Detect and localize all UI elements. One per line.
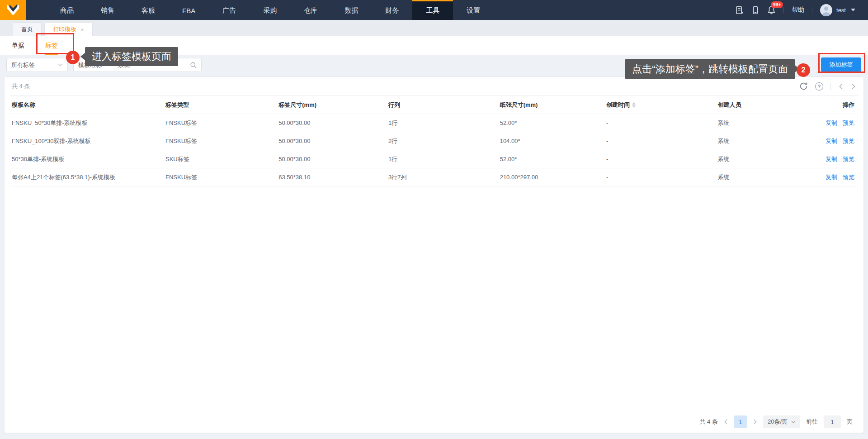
cell-label-type: FNSKU标签 [165, 137, 278, 145]
nav-item-ads[interactable]: 广告 [209, 0, 250, 20]
copy-link[interactable]: 复制 [826, 119, 837, 127]
cell-template-name: 每张A4上21个标签(63.5*38.1)-系统模板 [12, 173, 165, 181]
tab-close-icon[interactable]: × [80, 26, 84, 33]
annotation-step1-text: 进入标签模板页面 [92, 50, 171, 63]
table-row: FNSKU_100*30双排-系统模板 FNSKU标签 50.00*30.00 … [10, 132, 858, 150]
col-label-type: 标签类型 [165, 101, 278, 109]
nav-item-fba[interactable]: FBA [169, 0, 209, 20]
nav-item-purchasing[interactable]: 采购 [250, 0, 290, 20]
page-size-select[interactable]: 20条/页 [763, 415, 800, 428]
page-number-current[interactable]: 1 [734, 415, 747, 428]
subtab-documents[interactable]: 单据 [12, 42, 24, 50]
cell-paper-size: 52.00* [500, 156, 606, 162]
top-navbar: 商品 销售 客服 FBA 广告 采购 仓库 数据 财务 工具 设置 [0, 0, 868, 20]
cell-created-time: - [606, 156, 718, 162]
col-paper-size: 纸张尺寸(mm) [500, 101, 606, 109]
divider [830, 83, 831, 90]
cell-label-type: SKU标签 [165, 155, 278, 163]
cell-rowcol: 1行 [388, 119, 500, 127]
mobile-app-icon[interactable] [751, 6, 760, 14]
next-page-icon[interactable] [753, 419, 757, 425]
page-size-value: 20条/页 [768, 418, 788, 426]
username[interactable]: test [836, 7, 846, 14]
col-actions: 操作 [825, 101, 856, 109]
help-link[interactable]: 帮助 [792, 6, 804, 14]
help-circle-icon[interactable]: ? [815, 82, 823, 91]
goto-label: 前往 [806, 418, 818, 426]
tab-print-template-label: 打印模板 [53, 25, 76, 33]
notification-bell-icon[interactable]: 99+ [767, 5, 776, 14]
cell-template-name: 50*30单排-系统模板 [12, 155, 165, 163]
divider [812, 7, 812, 13]
preview-link[interactable]: 预览 [843, 173, 854, 181]
preview-link[interactable]: 预览 [843, 137, 854, 145]
nav-item-products[interactable]: 商品 [47, 0, 87, 20]
chevron-down-icon [58, 63, 63, 67]
nav-item-settings[interactable]: 设置 [453, 0, 494, 20]
annotation-step2-tooltip: 点击“添加标签”，跳转模板配置页面 [625, 59, 795, 79]
col-label-size: 标签尺寸(mm) [278, 101, 388, 109]
page: 商品 销售 客服 FBA 广告 采购 仓库 数据 财务 工具 设置 [0, 0, 868, 439]
collapse-right-icon[interactable] [851, 83, 856, 90]
goto-page-input[interactable]: 1 [824, 415, 841, 428]
tab-home[interactable]: 首页 [13, 22, 42, 36]
page-tabbar: 首页 打印模板 × [0, 20, 868, 36]
col-template-name: 模板名称 [12, 101, 165, 109]
nav-item-finance[interactable]: 财务 [372, 0, 412, 20]
preview-link[interactable]: 预览 [843, 155, 854, 163]
cell-creator: 系统 [718, 137, 825, 145]
nav-item-data[interactable]: 数据 [331, 0, 372, 20]
annotation-step1-tooltip: 进入标签模板页面 [85, 47, 178, 66]
user-avatar[interactable] [820, 4, 832, 16]
nav-item-customer-service[interactable]: 客服 [128, 0, 169, 20]
template-list-card: 共 4 条 ? 模板名称 标签类型 [5, 77, 863, 433]
cell-label-type: FNSKU标签 [165, 119, 278, 127]
preview-link[interactable]: 预览 [843, 119, 854, 127]
label-type-select-value: 所有标签 [11, 61, 35, 69]
cell-created-time: - [606, 119, 718, 126]
copy-link[interactable]: 复制 [826, 137, 837, 145]
nav-item-sales[interactable]: 销售 [87, 0, 128, 20]
tooltip-arrow-left [80, 52, 85, 61]
copy-link[interactable]: 复制 [826, 173, 837, 181]
refresh-icon[interactable] [799, 82, 808, 91]
divider [783, 7, 784, 13]
cell-label-size: 50.00*30.00 [278, 138, 388, 144]
table-header-row: 模板名称 标签类型 标签尺寸(mm) 行列 纸张尺寸(mm) 创建时间 创建人员… [10, 96, 858, 114]
add-label-button[interactable]: 添加标签 [821, 57, 861, 72]
chevron-down-icon [791, 420, 796, 424]
feedback-note-icon[interactable] [735, 6, 744, 14]
cell-template-name: FNSKU_50*30单排-系统模板 [12, 119, 165, 127]
nav-item-warehouse[interactable]: 仓库 [290, 0, 331, 20]
col-rowcol: 行列 [388, 101, 500, 109]
cell-created-time: - [606, 174, 718, 181]
pagination-total: 共 4 条 [699, 418, 717, 426]
app-logo[interactable] [0, 0, 26, 20]
collapse-left-icon[interactable] [838, 83, 844, 90]
cell-created-time: - [606, 138, 718, 144]
tab-print-template[interactable]: 打印模板 × [44, 22, 93, 36]
annotation-step2-text: 点击“添加标签”，跳转模板配置页面 [632, 62, 788, 76]
label-type-select[interactable]: 所有标签 [6, 58, 68, 72]
cell-paper-size: 52.00* [500, 119, 606, 126]
sort-icon[interactable] [632, 102, 636, 108]
cell-rowcol: 2行 [388, 137, 500, 145]
notification-badge: 99+ [771, 1, 783, 8]
fox-logo-icon [6, 4, 20, 16]
user-caret-down-icon[interactable] [851, 9, 855, 11]
cell-paper-size: 210.00*297.00 [500, 174, 606, 181]
annotation-step1-circle: 1 [66, 51, 80, 64]
toolbar-icons: ? [799, 82, 856, 91]
pagination: 共 4 条 1 20条/页 前往 1 页 [699, 415, 853, 428]
cell-paper-size: 104.00* [500, 138, 606, 144]
cell-label-size: 50.00*30.00 [278, 156, 388, 162]
cell-rowcol: 3行7列 [388, 173, 500, 181]
subtab-labels[interactable]: 标签 [45, 42, 58, 50]
copy-link[interactable]: 复制 [826, 155, 837, 163]
search-icon[interactable] [190, 62, 201, 69]
nav-item-tools[interactable]: 工具 [412, 0, 453, 20]
main-menu: 商品 销售 客服 FBA 广告 采购 仓库 数据 财务 工具 设置 [47, 0, 494, 20]
page-unit-label: 页 [847, 418, 853, 426]
tab-home-label: 首页 [21, 25, 33, 33]
prev-page-icon[interactable] [724, 419, 728, 425]
